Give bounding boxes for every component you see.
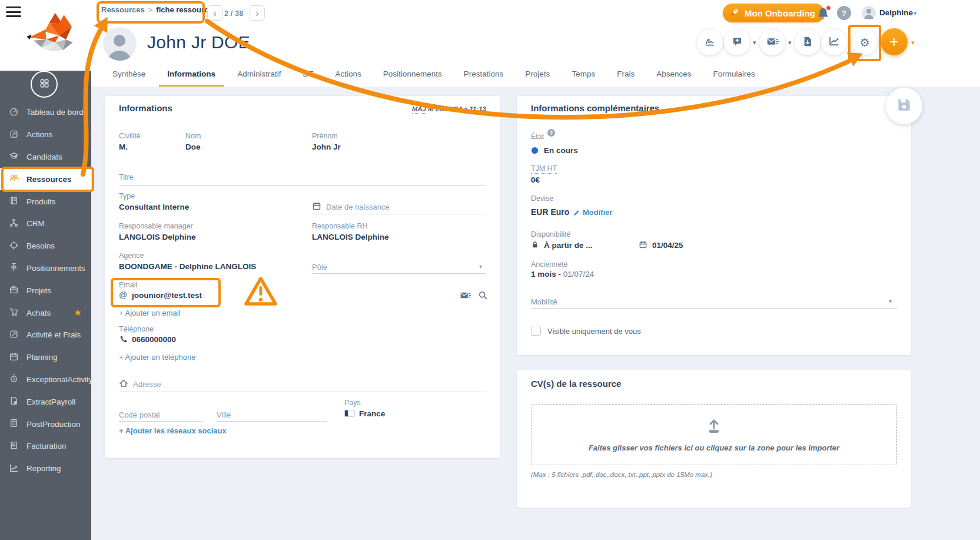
resp-rh-value[interactable]: LANGLOIS Delphine xyxy=(312,233,389,241)
tab-synthese[interactable]: Synthèse xyxy=(104,66,154,87)
sidebar-item-actions[interactable]: Actions xyxy=(0,124,91,146)
tab-projets[interactable]: Projets xyxy=(517,66,558,87)
save-button[interactable] xyxy=(886,88,922,124)
sidebar-item-postproduction[interactable]: PostProduction xyxy=(0,413,91,435)
sidebar-item-exceptionalactivity[interactable]: ExceptionalActivity xyxy=(0,369,91,391)
tab-temps[interactable]: Temps xyxy=(563,66,603,87)
tab-administratif[interactable]: Administratif xyxy=(229,66,289,87)
titre-label: Titre xyxy=(119,173,134,181)
adresse-field[interactable]: Adresse xyxy=(133,380,161,389)
action-chevron-down-icon[interactable]: ▾ xyxy=(753,39,756,47)
sidebar-item-facturation[interactable]: Facturation xyxy=(0,435,91,458)
sidebar-item-ressources[interactable]: Ressources xyxy=(0,168,91,190)
statistics-button[interactable] xyxy=(821,29,847,55)
civilite-label: Civilité xyxy=(119,132,141,140)
create-button[interactable]: + xyxy=(881,28,908,55)
pays-value[interactable]: France xyxy=(359,409,385,418)
help-button[interactable]: ? xyxy=(837,6,851,20)
file-download-icon xyxy=(802,36,813,49)
send-email-button[interactable] xyxy=(759,29,785,55)
pays-label: Pays xyxy=(344,399,361,407)
signature-icon xyxy=(704,35,716,49)
tab-positionnements[interactable]: Positionnements xyxy=(375,66,450,87)
dob-field[interactable]: Date de naissance xyxy=(326,203,390,211)
sidebar-item-produits[interactable]: Produits xyxy=(0,190,91,213)
sidebar-item-crm[interactable]: CRM xyxy=(0,213,91,235)
add-action-button[interactable] xyxy=(724,29,750,55)
sidebar-item-besoins[interactable]: Besoins xyxy=(0,235,91,257)
telephone-value[interactable]: 0660000000 xyxy=(132,335,176,344)
mobilite-chevron-down-icon[interactable]: ▾ xyxy=(889,298,892,304)
tab-absences[interactable]: Absences xyxy=(648,66,699,87)
previous-record-button[interactable]: ‹ xyxy=(207,5,222,21)
people-icon xyxy=(9,173,19,185)
add-social-link[interactable]: + Ajouter les réseaux sociaux xyxy=(119,426,227,435)
resp-manager-value[interactable]: LANGLOIS Delphine xyxy=(119,233,196,241)
onboarding-button[interactable]: Mon Onboarding xyxy=(723,4,825,22)
apps-grid-button[interactable] xyxy=(31,71,58,98)
visible-only-checkbox[interactable] xyxy=(531,326,541,336)
prenom-value[interactable]: John Jr xyxy=(312,143,341,151)
sidebar-item-reporting[interactable]: Reporting xyxy=(0,458,91,480)
sidebar-item-label: Positionnements xyxy=(26,264,85,273)
sidebar-item-positionnements[interactable]: Positionnements xyxy=(0,257,91,280)
sidebar-item-planning[interactable]: Planning xyxy=(0,346,91,369)
pole-select[interactable]: Pôle xyxy=(312,263,327,271)
tjm-value[interactable]: 0€ xyxy=(531,175,540,184)
titre-field[interactable] xyxy=(119,185,486,186)
code-postal-field[interactable]: Code postal xyxy=(119,410,160,419)
sidebar-item-tableau-de-bord[interactable]: Tableau de bord xyxy=(0,101,91,124)
next-record-button[interactable]: › xyxy=(250,5,265,21)
sidebar-item-label: Candidats xyxy=(26,153,62,161)
tab-actions[interactable]: Actions xyxy=(327,66,370,87)
etat-value[interactable]: En cours xyxy=(544,146,578,155)
send-email-row-icon[interactable] xyxy=(460,290,471,303)
sidebar-item-achats[interactable]: Achats ★ xyxy=(0,302,91,324)
tab-informations[interactable]: Informations xyxy=(159,66,224,87)
create-chevron-down-icon[interactable]: ▾ xyxy=(911,39,915,47)
breadcrumb-section[interactable]: Ressources xyxy=(101,5,145,14)
search-email-icon[interactable] xyxy=(478,290,488,303)
sidebar-item-label: ExtractPayroll xyxy=(26,397,75,406)
add-email-link[interactable]: + Ajouter un email xyxy=(119,309,180,317)
ville-field[interactable]: Ville xyxy=(217,410,231,419)
cv-card: CV(s) de la ressource Faites glisser vos… xyxy=(517,370,911,508)
tab-dt[interactable]: DT xyxy=(294,66,321,87)
user-menu-chevron-down-icon[interactable]: ▾ xyxy=(913,9,917,17)
type-value[interactable]: Consultant Interne xyxy=(119,203,189,211)
modifier-devise-link[interactable]: Modifier xyxy=(583,208,613,217)
tab-formulaires[interactable]: Formulaires xyxy=(705,66,763,87)
hamburger-menu-icon[interactable] xyxy=(6,6,21,18)
cv-dropzone[interactable]: Faites glisser vos fichiers ici ou cliqu… xyxy=(531,404,897,465)
sidebar-item-extractpayroll[interactable]: ExtractPayroll xyxy=(0,390,91,413)
email-value[interactable]: joounior@test.test xyxy=(132,291,202,300)
disponibilite-value[interactable]: À partir de ... xyxy=(544,241,593,250)
settings-button[interactable]: ⚙ xyxy=(852,29,878,55)
sidebar-item-candidats[interactable]: Candidats xyxy=(0,146,91,168)
sidebar-item-activite-et-frais[interactable]: Activité et Frais xyxy=(0,324,91,346)
etat-help-icon[interactable]: ? xyxy=(547,129,555,137)
pole-chevron-down-icon[interactable]: ▾ xyxy=(479,263,482,270)
sidebar-item-projets[interactable]: Projets xyxy=(0,279,91,302)
tab-frais[interactable]: Frais xyxy=(609,66,643,87)
user-name[interactable]: Delphine xyxy=(879,8,913,17)
book-icon xyxy=(9,196,19,207)
breadcrumb: Ressources > fiche ressource xyxy=(101,5,212,14)
nom-value[interactable]: Doe xyxy=(185,143,201,151)
dashboard-icon xyxy=(9,107,19,118)
agence-value[interactable]: BOONDGAME - Delphine LANGLOIS xyxy=(119,262,256,271)
civilite-value[interactable]: M. xyxy=(119,143,128,151)
tab-prestations[interactable]: Prestations xyxy=(456,66,512,87)
disponibilite-date[interactable]: 01/04/25 xyxy=(652,241,683,250)
mobilite-select[interactable]: Mobilité xyxy=(531,297,557,306)
email-chevron-down-icon[interactable]: ▾ xyxy=(788,39,792,47)
user-avatar[interactable] xyxy=(862,6,876,20)
add-telephone-link[interactable]: + Ajouter un téléphone xyxy=(119,353,195,362)
france-flag-icon xyxy=(344,410,355,417)
download-file-button[interactable] xyxy=(795,29,820,55)
chart-icon xyxy=(9,463,19,475)
informations-complementaires-card: Informations complémentaires État ? En c… xyxy=(517,96,911,355)
resource-avatar[interactable] xyxy=(103,27,137,61)
graduation-cap-icon xyxy=(9,151,19,163)
signature-button[interactable] xyxy=(697,29,723,55)
